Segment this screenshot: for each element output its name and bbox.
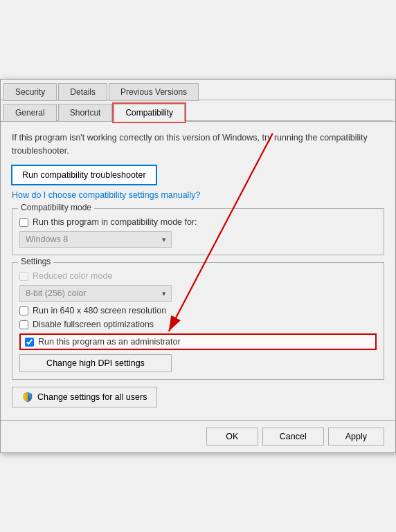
help-link[interactable]: How do I choose compatibility settings m… (12, 190, 384, 200)
color-dropdown-container: 8-bit (256) color (19, 285, 377, 302)
reduced-color-checkbox[interactable] (19, 272, 28, 281)
run-as-admin-checkbox[interactable] (25, 338, 34, 347)
description-text: If this program isn't working correctly … (12, 131, 384, 158)
windows-version-dropdown-container: Windows 8 (19, 231, 377, 248)
disable-fullscreen-checkbox[interactable] (19, 320, 28, 329)
settings-group: Settings Reduced color mode 8-bit (256) … (12, 262, 384, 380)
properties-dialog: Security Details Previous Versions Gener… (0, 79, 396, 454)
reduced-color-row: Reduced color mode (19, 271, 377, 281)
disable-fullscreen-row: Disable fullscreen optimizations (19, 320, 377, 329)
change-dpi-button[interactable]: Change high DPI settings (19, 354, 172, 372)
cancel-button[interactable]: Cancel (262, 428, 324, 446)
tab-previous-versions[interactable]: Previous Versions (109, 83, 199, 101)
windows-version-dropdown[interactable]: Windows 8 (19, 231, 172, 248)
screen-resolution-checkbox[interactable] (19, 306, 28, 315)
compatibility-mode-checkbox-row: Run this program in compatibility mode f… (19, 217, 377, 227)
tab-security[interactable]: Security (3, 83, 57, 101)
change-settings-label: Change settings for all users (37, 392, 147, 402)
compatibility-mode-group: Compatibility mode Run this program in c… (12, 208, 384, 255)
compatibility-mode-label: Compatibility mode (18, 203, 94, 212)
disable-fullscreen-label: Disable fullscreen optimizations (33, 320, 154, 329)
windows-version-dropdown-wrapper: Windows 8 (19, 231, 172, 248)
screen-resolution-label: Run in 640 x 480 screen resolution (33, 306, 166, 315)
apply-button[interactable]: Apply (328, 428, 384, 446)
tab-row-bottom: General Shortcut Compatibility (1, 100, 395, 122)
ok-button[interactable]: OK (206, 428, 258, 446)
color-dropdown[interactable]: 8-bit (256) color (19, 285, 172, 302)
tab-row-1: Security Details Previous Versions (3, 80, 393, 100)
content-area: If this program isn't working correctly … (1, 122, 395, 418)
compatibility-mode-checkbox-label: Run this program in compatibility mode f… (33, 217, 197, 227)
shield-icon (22, 392, 33, 403)
run-as-admin-row: Run this program as an administrator (19, 333, 377, 350)
tab-row-2: General Shortcut Compatibility (3, 100, 393, 121)
main-content: If this program isn't working correctly … (1, 122, 395, 418)
run-troubleshooter-button[interactable]: Run compatibility troubleshooter (12, 165, 156, 185)
tab-row-top: Security Details Previous Versions (1, 80, 395, 100)
dialog-footer: OK Cancel Apply (1, 420, 395, 452)
settings-group-label: Settings (18, 257, 53, 266)
tab-details[interactable]: Details (58, 83, 107, 101)
reduced-color-label: Reduced color mode (33, 271, 112, 281)
tab-general[interactable]: General (3, 104, 57, 122)
run-as-admin-label: Run this program as an administrator (38, 337, 181, 347)
change-settings-all-users-button[interactable]: Change settings for all users (12, 387, 157, 407)
tab-shortcut[interactable]: Shortcut (58, 104, 113, 122)
color-dropdown-wrapper: 8-bit (256) color (19, 285, 172, 302)
tab-compatibility[interactable]: Compatibility (114, 104, 185, 122)
compatibility-mode-checkbox[interactable] (19, 218, 28, 227)
screen-resolution-row: Run in 640 x 480 screen resolution (19, 306, 377, 315)
